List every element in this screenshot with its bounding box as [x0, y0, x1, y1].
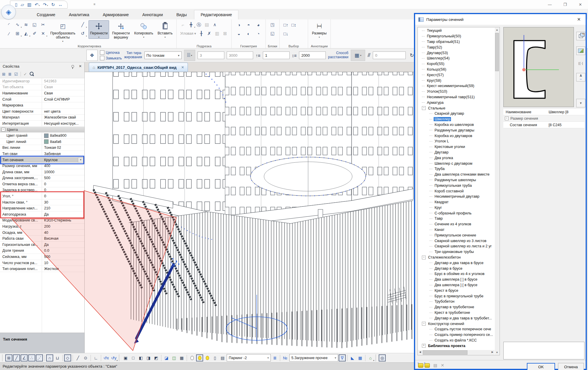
axes-xy-button[interactable]: xy: [576, 32, 585, 40]
property-value[interactable]: 541963: [42, 79, 84, 83]
tree-item[interactable]: Кольцо(S6): [418, 67, 495, 72]
redo-icon[interactable]: ↷▾: [43, 2, 48, 7]
measure-icon[interactable]: ↔: [58, 2, 63, 7]
tree-item[interactable]: Раздвинутые двутавры: [418, 127, 495, 133]
roof-trim-icon[interactable]: ∧: [211, 21, 219, 29]
tree-item[interactable]: Швеллер: [418, 116, 495, 122]
close-panel-icon[interactable]: ✕: [79, 64, 82, 68]
property-value[interactable]: 8a9ea900: [42, 134, 84, 138]
color-swatch[interactable]: [44, 139, 49, 144]
offset-icon[interactable]: ≋: [22, 21, 30, 29]
transform-objects-button[interactable]: ◰ Преобразоватьобъекты▾: [49, 20, 77, 43]
tree-item[interactable]: Уголок L: [418, 139, 495, 144]
add-to-library-1-icon[interactable]: 1: [418, 363, 423, 368]
align-line-icon[interactable]: ╱▾: [79, 21, 87, 29]
scroll-down-icon[interactable]: ▼: [495, 350, 499, 355]
toolbar-grip[interactable]: [2, 355, 4, 361]
tree-item[interactable]: +Библиотека проекта: [418, 343, 495, 349]
cancel-button[interactable]: Отмена: [558, 363, 584, 370]
table-filter-icon[interactable]: ▦: [357, 354, 364, 361]
tree-item[interactable]: Два швеллера ] [ в брусе: [418, 282, 495, 288]
tree-item[interactable]: Сварной швеллер из 3 листов: [418, 238, 495, 244]
property-value[interactable]: Круглое▼: [42, 157, 84, 163]
tree-item[interactable]: Короб(S5): [418, 61, 495, 67]
property-value[interactable]: Тонкая 02: [42, 146, 84, 150]
property-row[interactable]: Маркировка: [0, 102, 84, 109]
color-swatch[interactable]: [44, 134, 49, 138]
cross-trim-icon[interactable]: ╋▾: [187, 21, 195, 29]
rotate-y-icon[interactable]: ↺y▾: [110, 354, 117, 361]
boolean-subtract-icon[interactable]: ◓: [245, 21, 253, 29]
property-value[interactable]: 500: [42, 255, 84, 259]
tree-item[interactable]: Тавр: [418, 216, 495, 221]
ribbon-tab[interactable]: Аннотации: [136, 10, 169, 19]
tree-item[interactable]: Крест несимметричный(S9): [418, 83, 495, 89]
tree-item[interactable]: Два швеллера стенками вместе: [418, 172, 495, 177]
minimize-button[interactable]: —: [542, 0, 557, 9]
property-row[interactable]: Тип опирания плит...Жесткое: [0, 266, 84, 272]
rotate-icon[interactable]: ↺▾: [79, 30, 87, 37]
rows-field[interactable]: 1: [263, 51, 290, 59]
rotate-x-icon[interactable]: ↺x: [103, 354, 110, 361]
tree-item[interactable]: Двутавр в брусе: [418, 266, 495, 271]
property-value[interactable]: 10000: [42, 170, 84, 174]
loadcase-select[interactable]: 5.Загружение прочее▼: [289, 354, 338, 361]
property-row[interactable]: Направление накл...210: [0, 205, 84, 211]
rotate-copies-icon[interactable]: ↻: [410, 52, 414, 59]
property-value[interactable]: 0: [42, 194, 84, 198]
close-loop-checkbox[interactable]: Замыкать: [100, 56, 122, 60]
property-row[interactable]: Наклон сваи, °30: [0, 199, 84, 206]
ribbon-tab[interactable]: Армирование: [96, 10, 135, 19]
delete-section-icon[interactable]: ✕: [441, 363, 444, 368]
tree-item[interactable]: Коробка из двутавров: [418, 133, 495, 139]
tree-item[interactable]: С-образный профиль: [418, 210, 495, 216]
tree-item[interactable]: Создать из файла *.КСС: [418, 338, 495, 343]
scroll-up-icon[interactable]: ▲: [495, 28, 499, 32]
trim-line-icon[interactable]: ∕: [5, 30, 13, 37]
property-value[interactable]: 30: [42, 200, 84, 204]
property-value[interactable]: 40: [42, 231, 84, 235]
select-through-icon[interactable]: □↕: [290, 21, 298, 29]
tree-item[interactable]: Раздвинутые швеллеры: [418, 177, 495, 183]
paste-button[interactable]: Вставить▾: [156, 20, 174, 39]
tree-item[interactable]: Крест в трубобетоне: [418, 310, 495, 316]
property-value[interactable]: Железобетон свай: [42, 115, 84, 119]
corner-trim-icon[interactable]: ⌐: [179, 21, 187, 29]
open-file-icon[interactable]: ▱: [21, 2, 24, 7]
section-composition-value[interactable]: [8 С245: [547, 123, 584, 127]
tree-item[interactable]: Несимметричный тавр(S11): [418, 94, 495, 100]
tree-item[interactable]: Прямоугольный(S0): [418, 34, 495, 39]
tree-item[interactable]: −Стальные: [418, 105, 495, 111]
visibility-print-icon[interactable]: ▤: [219, 354, 226, 361]
property-row[interactable]: Длина сваи, мм10000: [0, 169, 84, 175]
tree-item[interactable]: Несимметричный двутавр: [418, 194, 495, 199]
property-value[interactable]: Да: [42, 243, 84, 247]
property-value[interactable]: Слой САПФИР: [42, 97, 84, 101]
new-file-icon[interactable]: ▯: [15, 2, 17, 7]
magnet-snap-icon[interactable]: ∩: [46, 354, 53, 361]
ribbon-tab[interactable]: Аналитика: [63, 10, 95, 19]
property-row[interactable]: ИнтерпретацияНесущий конструк...: [0, 121, 84, 127]
tree-item[interactable]: Квадрат: [418, 199, 495, 205]
snap-points-icon[interactable]: ∴: [28, 354, 35, 361]
select-down-icon[interactable]: □↓: [282, 30, 290, 37]
visibility-doc-icon[interactable]: ▯: [211, 354, 218, 361]
preview-image-button[interactable]: [576, 46, 585, 55]
snap-grid-icon[interactable]: ⊞: [5, 354, 12, 361]
collapse-icon[interactable]: −: [422, 256, 426, 259]
property-row[interactable]: НаименованиеСвая: [0, 90, 84, 96]
group-by-category-icon[interactable]: ⊞: [2, 72, 6, 76]
section-fit-icon[interactable]: ▦: [178, 354, 185, 361]
box-cut-icon[interactable]: ⊠: [221, 30, 229, 37]
property-value[interactable]: 210: [42, 206, 84, 210]
collapse-icon[interactable]: −: [505, 116, 509, 120]
view-cube-solid-icon[interactable]: ▣: [122, 354, 129, 361]
storey-select[interactable]: Паркинг -2▼: [227, 354, 271, 361]
toolbar-grip[interactable]: [375, 355, 377, 361]
tree-item[interactable]: Коробка из швеллеров: [418, 122, 495, 128]
undo-icon[interactable]: ↶▾: [35, 2, 40, 7]
tree-item[interactable]: Двутавр(S3): [418, 50, 495, 56]
ribbon-tab[interactable]: Виды: [170, 10, 193, 19]
property-value[interactable]: Свая: [42, 85, 84, 89]
visibility-partial-icon[interactable]: [204, 354, 211, 361]
